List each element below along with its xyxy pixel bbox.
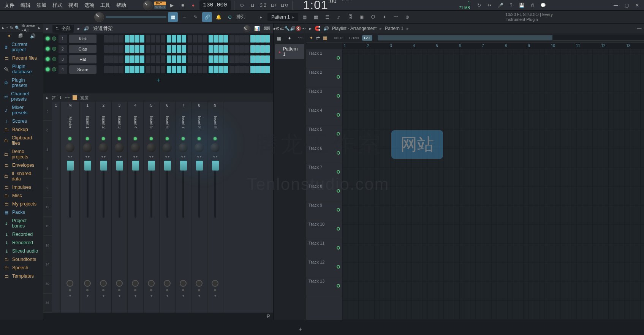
step-cell[interactable]: [125, 66, 130, 73]
mixer-insert-track[interactable]: 2 Insert 2 ◂ ▸ ▾: [96, 102, 112, 313]
track-header[interactable]: Track 10: [306, 220, 342, 239]
browser-item[interactable]: 🗀Recent files: [0, 54, 43, 62]
step-cell[interactable]: [193, 35, 197, 43]
step-cell[interactable]: [229, 45, 234, 53]
step-cell[interactable]: [130, 66, 134, 73]
pl-magnet-icon[interactable]: 🧲: [315, 26, 320, 31]
step-cell[interactable]: [239, 45, 244, 53]
track-enable-dot[interactable]: [337, 170, 340, 174]
fader-handle[interactable]: [84, 161, 91, 171]
send-knob[interactable]: [148, 280, 155, 287]
step-cell[interactable]: [244, 55, 249, 63]
track-enable-dot[interactable]: [337, 284, 340, 288]
fader-handle[interactable]: [180, 161, 187, 171]
step-cell[interactable]: [167, 45, 171, 53]
step-cell[interactable]: [239, 66, 244, 73]
play-button[interactable]: ▶: [168, 1, 177, 10]
step-cell[interactable]: [140, 35, 144, 43]
step-cell[interactable]: [260, 45, 265, 53]
playlist-grid[interactable]: [342, 49, 644, 320]
channel-name-button[interactable]: Kick: [69, 35, 97, 43]
time-display[interactable]: 1:01:00 B:S:T: [303, 0, 353, 12]
swing-knob[interactable]: [244, 25, 250, 32]
step-cell[interactable]: [214, 45, 218, 53]
step-cell[interactable]: [130, 55, 134, 63]
step-cell[interactable]: [172, 55, 176, 63]
mixer-insert-track[interactable]: 6 Insert 6 ◂ ▸ ▾: [160, 102, 176, 313]
channel-mute[interactable]: [52, 67, 56, 71]
step-cell[interactable]: [244, 45, 249, 53]
step-cell[interactable]: [114, 45, 119, 53]
fader-handle[interactable]: [132, 161, 139, 171]
pan-knob[interactable]: [147, 143, 156, 152]
step-cell[interactable]: [198, 45, 202, 53]
step-cell[interactable]: [209, 45, 213, 53]
step-cell[interactable]: [255, 45, 260, 53]
step-cell[interactable]: [156, 66, 160, 73]
track-led[interactable]: [182, 137, 185, 140]
track-enable-dot[interactable]: [337, 151, 340, 155]
pitch-knob[interactable]: [94, 12, 104, 22]
step-cell[interactable]: [172, 45, 176, 53]
step-cell[interactable]: [167, 66, 171, 73]
pan-knob[interactable]: [131, 143, 140, 152]
step-cell[interactable]: [125, 45, 130, 53]
track-led[interactable]: [102, 137, 105, 140]
refresh-icon[interactable]: ↻: [10, 25, 13, 30]
browser-item[interactable]: ⎎Mixer presets: [0, 103, 43, 117]
step-cell[interactable]: [214, 66, 218, 73]
step-cell[interactable]: [244, 66, 249, 73]
kb-icon[interactable]: ⌨: [264, 26, 270, 31]
track-header[interactable]: Track 8: [306, 182, 342, 201]
channel-number[interactable]: 3: [59, 55, 67, 63]
pat-wrench-icon[interactable]: 🔧: [284, 26, 290, 31]
step-cell[interactable]: [135, 35, 139, 43]
pan-knob[interactable]: [163, 143, 172, 152]
step-cell[interactable]: [114, 35, 119, 43]
audio-icon[interactable]: 🔊: [30, 33, 36, 39]
step-cell[interactable]: [109, 35, 114, 43]
countdown-icon[interactable]: 3,2: [259, 1, 268, 10]
browser-item[interactable]: ☷Channel presets: [0, 90, 43, 103]
step-cell[interactable]: [177, 66, 181, 73]
step-cell[interactable]: [146, 45, 150, 53]
step-cell[interactable]: [260, 55, 265, 63]
bell-icon[interactable]: 🔔: [214, 12, 223, 22]
browser-item[interactable]: 🗀Soundfonts: [0, 255, 43, 264]
pattern-item[interactable]: Pattern 1: [275, 44, 304, 59]
step-cell[interactable]: [151, 55, 155, 63]
pan-knob[interactable]: [83, 143, 92, 152]
record-button[interactable]: ●: [189, 1, 198, 10]
browser-item[interactable]: 🗀Misc: [0, 191, 43, 200]
send-knob[interactable]: [164, 280, 171, 287]
close-icon[interactable]: ✕: [633, 1, 642, 10]
browser-btn-icon[interactable]: 🗄: [345, 12, 355, 22]
step-cell[interactable]: [203, 45, 207, 53]
menu-file[interactable]: 文件: [2, 0, 17, 10]
step-cell[interactable]: [209, 66, 213, 73]
browser-item[interactable]: ⤓Rendered: [0, 239, 43, 247]
menu-tools[interactable]: 工具: [98, 0, 112, 10]
browser-item[interactable]: ⤓Sliced audio: [0, 247, 43, 255]
step-cell[interactable]: [119, 45, 123, 53]
maximize-icon[interactable]: ▢: [622, 1, 631, 10]
main-volume-knob[interactable]: [143, 0, 153, 10]
pl-menu-icon[interactable]: ▸: [309, 26, 312, 31]
track-header[interactable]: Track 11: [306, 239, 342, 258]
step-cell[interactable]: [203, 55, 207, 63]
browser-menu-icon[interactable]: ▸: [38, 25, 41, 30]
step-cell[interactable]: [109, 45, 114, 53]
step-cell[interactable]: [198, 55, 202, 63]
track-enable-dot[interactable]: [337, 56, 340, 60]
track-enable-dot[interactable]: [337, 189, 340, 193]
menu-options[interactable]: 选项: [82, 0, 97, 10]
step-cell[interactable]: [239, 35, 244, 43]
pat-mute-icon[interactable]: 🔇: [296, 26, 301, 31]
send-knob[interactable]: [212, 280, 218, 287]
step-cell[interactable]: [188, 45, 192, 53]
step-cell[interactable]: [234, 66, 239, 73]
collapse-icon[interactable]: ✦: [7, 33, 11, 39]
channel-led[interactable]: [46, 67, 50, 71]
step-cell[interactable]: [114, 55, 119, 63]
minimize-icon[interactable]: —: [611, 1, 620, 10]
